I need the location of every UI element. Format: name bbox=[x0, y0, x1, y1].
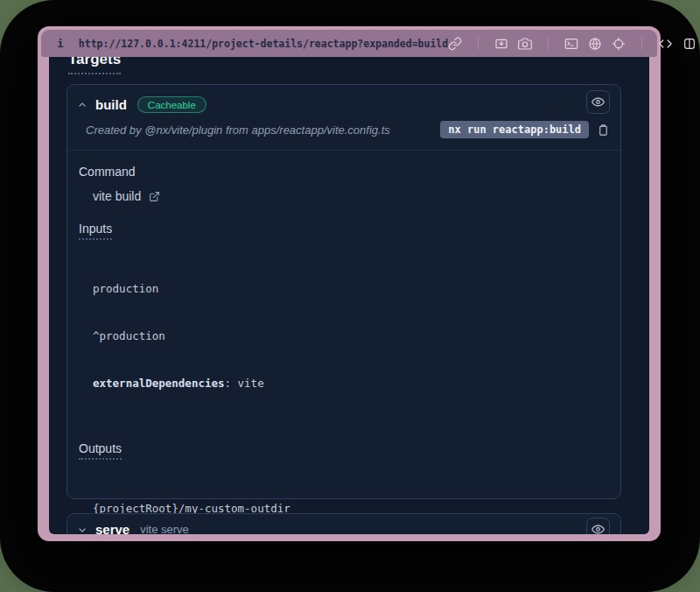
browser-topbar: i http://127.0.0.1:4211/project-details/… bbox=[41, 30, 657, 57]
topbar-separator bbox=[478, 37, 479, 50]
input-item: ^production bbox=[93, 328, 608, 344]
run-command-chip: nx run reactapp:build bbox=[440, 121, 589, 138]
info-icon[interactable]: i bbox=[57, 37, 64, 50]
input-item: production bbox=[93, 281, 608, 297]
address-url[interactable]: http://127.0.0.1:4211/project-details/re… bbox=[79, 38, 448, 50]
inputs-section: Inputs production ^production externalDe… bbox=[79, 221, 608, 423]
link-icon[interactable] bbox=[448, 37, 462, 51]
target-subtitle: vite serve bbox=[140, 523, 189, 534]
inputs-label[interactable]: Inputs bbox=[79, 222, 112, 240]
page-content: Targets build Cacheable Created by @nx/v… bbox=[49, 57, 649, 534]
target-name: serve bbox=[95, 522, 130, 534]
browser-window: i http://127.0.0.1:4211/project-details/… bbox=[38, 26, 661, 541]
camera-icon[interactable] bbox=[518, 37, 532, 51]
code-icon[interactable] bbox=[658, 37, 673, 51]
created-by-row: Created by @nx/vite/plugin from apps/rea… bbox=[67, 113, 620, 151]
target-card-build: build Cacheable Created by @nx/vite/plug… bbox=[66, 84, 621, 499]
panel-columns-icon[interactable] bbox=[682, 37, 696, 51]
command-label: Command bbox=[79, 165, 136, 179]
topbar-separator bbox=[548, 37, 549, 50]
view-target-button[interactable] bbox=[586, 90, 610, 114]
target-detail-body: Command vite build Inputs production ^pr… bbox=[67, 151, 620, 534]
serve-header-toggle[interactable]: serve vite serve bbox=[67, 514, 620, 534]
command-value: vite build bbox=[93, 189, 141, 203]
target-name: build bbox=[95, 97, 127, 112]
command-section: Command vite build bbox=[79, 164, 608, 203]
target-icon[interactable] bbox=[612, 37, 626, 51]
target-card-serve: serve vite serve bbox=[66, 513, 621, 534]
view-target-button[interactable] bbox=[586, 518, 610, 534]
copy-icon[interactable] bbox=[597, 123, 610, 137]
terminal-icon[interactable] bbox=[564, 37, 578, 51]
outputs-label[interactable]: Outputs bbox=[79, 441, 122, 460]
external-link-icon[interactable] bbox=[149, 191, 160, 202]
globe-icon[interactable] bbox=[588, 37, 602, 51]
build-header-toggle[interactable]: build Cacheable bbox=[67, 85, 620, 113]
chevron-down-icon bbox=[77, 525, 88, 535]
topbar-separator bbox=[641, 37, 642, 50]
input-item: externalDependencies: vite bbox=[93, 376, 608, 391]
chevron-up-icon bbox=[77, 100, 88, 110]
targets-heading[interactable]: Targets bbox=[68, 57, 121, 74]
cacheable-badge: Cacheable bbox=[137, 96, 206, 113]
created-by-text: Created by @nx/vite/plugin from apps/rea… bbox=[86, 123, 432, 137]
import-icon[interactable] bbox=[494, 37, 508, 51]
